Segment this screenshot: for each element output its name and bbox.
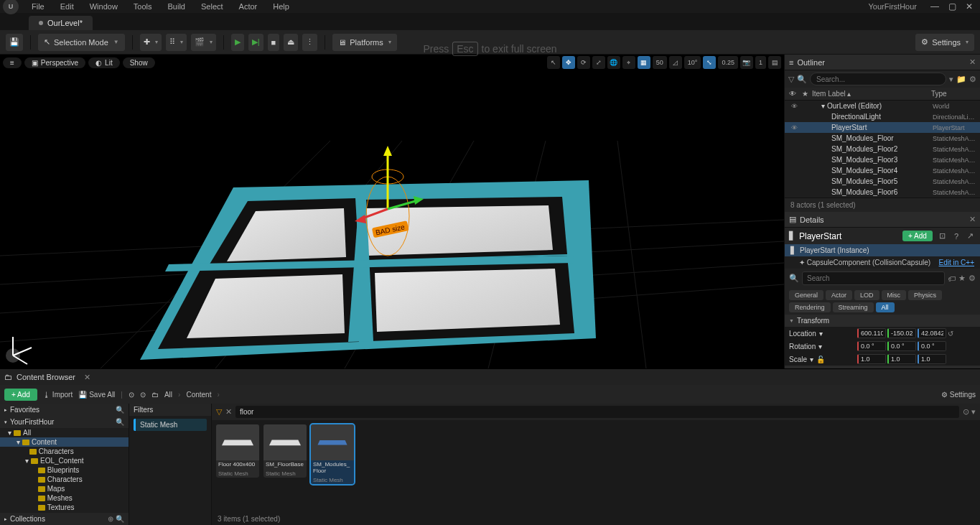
close-icon[interactable]: ✕ (84, 373, 90, 382)
settings-button[interactable]: ⚙ Settings ▾ (915, 34, 974, 51)
outliner-row[interactable]: DirectionalLight DirectionalLight (785, 111, 980, 122)
favorites-section[interactable]: ▸Favorites🔍 (0, 404, 129, 416)
menu-tools[interactable]: Tools (126, 1, 159, 12)
filters-header[interactable]: Filters (129, 404, 211, 416)
axis-gizmo[interactable] (3, 330, 39, 366)
menu-edit[interactable]: Edit (53, 1, 81, 12)
outliner-row[interactable]: SM_Modules_Floor4 StaticMeshActor (785, 165, 980, 176)
edit-cpp-link[interactable]: Edit in C++ (939, 259, 974, 266)
history-back[interactable]: ⊙ (129, 391, 134, 399)
world-local-toggle[interactable]: 🌐 (607, 56, 620, 69)
gear-icon[interactable]: ⚙ (969, 75, 976, 84)
outliner-row[interactable]: SM_Modules_Floor2 StaticMeshActor (785, 144, 980, 154)
translate-tool-icon[interactable]: ✥ (562, 56, 575, 69)
maximize-icon[interactable]: ▢ (944, 1, 960, 11)
eye-icon[interactable]: 👁 (789, 90, 802, 98)
details-search-input[interactable] (802, 271, 945, 285)
angle-snap-value[interactable]: 10° (684, 56, 701, 69)
cb-folder-row[interactable]: Characters (0, 447, 129, 456)
cb-folder-row[interactable]: Meshes (0, 493, 129, 503)
cb-settings-button[interactable]: ⚙Settings (941, 391, 976, 399)
help-icon[interactable]: ? (952, 232, 961, 241)
component-child[interactable]: ✦ CapsuleComponent (CollisionCapsule) Ed… (785, 256, 980, 269)
rotation-x[interactable] (857, 341, 886, 351)
content-browser-tab[interactable]: Content Browser (17, 373, 75, 381)
chip-physics[interactable]: Physics (908, 290, 942, 300)
grid-snap-value[interactable]: 50 (653, 56, 667, 69)
rotation-z[interactable] (918, 341, 946, 351)
stop-button[interactable]: ■ (268, 34, 280, 51)
asset-tile[interactable]: Floor 400x400Static Mesh (216, 424, 259, 478)
play-button[interactable]: ▶ (231, 34, 244, 51)
outliner-col-label[interactable]: Item Label ▴ (812, 90, 931, 98)
gear-icon[interactable]: ⚙ (969, 274, 976, 283)
filter-static-mesh[interactable]: Static Mesh (134, 419, 207, 431)
play-options-button[interactable]: ⋮ (302, 34, 317, 51)
close-icon[interactable]: ✕ (961, 1, 977, 11)
outliner-search-input[interactable] (810, 73, 946, 85)
viewport-layout-icon[interactable]: ▤ (768, 56, 781, 69)
asset-tile[interactable]: SM_FloorBaseStatic Mesh (263, 424, 307, 478)
asset-grid[interactable]: Floor 400x400Static Mesh SM_FloorBaseSta… (212, 420, 980, 513)
add-component-button[interactable]: + Add (902, 231, 933, 241)
marketplace-button[interactable]: ⠿▾ (166, 34, 187, 51)
reset-icon[interactable]: ↺ (948, 330, 953, 338)
add-content-button[interactable]: ✚▾ (140, 34, 162, 51)
import-button[interactable]: ⭳Import (43, 391, 73, 399)
lock-icon[interactable]: 🔓 (816, 356, 825, 363)
crumb-content[interactable]: Content (186, 391, 211, 399)
location-z[interactable] (918, 328, 946, 338)
outliner-row[interactable]: SM_Modules_Floor5 StaticMeshActor (785, 176, 980, 187)
scale-snap-value[interactable]: 0.25 (718, 56, 738, 69)
scale-tool-icon[interactable]: ⤢ (592, 56, 605, 69)
chip-lod[interactable]: LOD (854, 290, 879, 300)
details-tab[interactable]: ▤ Details ✕ (785, 212, 980, 228)
rotate-tool-icon[interactable]: ⟳ (577, 56, 590, 69)
cat-object[interactable]: ▼Object (785, 366, 980, 368)
outliner-row[interactable]: SM_Modules_Floor StaticMeshActor (785, 133, 980, 144)
chip-misc[interactable]: Misc (882, 290, 907, 300)
cb-search-input[interactable] (235, 406, 959, 418)
outliner-tree[interactable]: 👁 ▾ OurLevel (Editor) World DirectionalL… (785, 101, 980, 198)
lit-button[interactable]: ◐ Lit (88, 57, 120, 68)
cb-folder-row[interactable]: Maps (0, 484, 129, 493)
chip-actor[interactable]: Actor (826, 290, 852, 300)
viewport-menu-button[interactable]: ≡ (3, 57, 22, 68)
search-icon[interactable]: 🔍 (116, 406, 124, 414)
menu-window[interactable]: Window (83, 1, 125, 12)
crumb-all[interactable]: All (164, 391, 172, 399)
camera-speed-value[interactable]: 1 (755, 56, 766, 69)
cb-folder-row[interactable]: Blueprints (0, 465, 129, 475)
chip-rendering[interactable]: Rendering (789, 302, 831, 312)
cb-folder-row[interactable]: Characters (0, 475, 129, 484)
camera-speed-icon[interactable]: 📷 (740, 56, 753, 69)
link-icon[interactable]: ↗ (965, 231, 976, 241)
cb-folder-tree[interactable]: ▾ All▾ Content Characters▾ EOL_Content B… (0, 428, 129, 513)
angle-snap-icon[interactable]: ◿ (669, 56, 682, 69)
component-root[interactable]: ▋ PlayerStart (Instance) (785, 244, 980, 256)
chip-streaming[interactable]: Streaming (833, 302, 874, 312)
select-tool-icon[interactable]: ↖ (547, 56, 560, 69)
grid-snap-icon[interactable]: ▦ (638, 56, 650, 69)
location-y[interactable] (887, 328, 916, 338)
filter-icon[interactable]: ▽ (788, 75, 794, 84)
chip-all[interactable]: All (876, 302, 895, 312)
3d-viewport[interactable]: ≡ ▣ Perspective ◐ Lit Show ↖ ✥ ⟳ ⤢ 🌐 ⌖ ▦… (0, 55, 784, 368)
save-search-icon[interactable]: ⊙ ▾ (963, 407, 976, 417)
new-folder-icon[interactable]: 📁 (956, 75, 966, 84)
cb-folder-row[interactable]: ▾ Content (0, 437, 129, 447)
blueprint-icon[interactable]: ⊡ (937, 231, 948, 241)
folder-up[interactable]: 🗀 (151, 391, 159, 399)
selection-mode-button[interactable]: ↖ Selection Mode ▼ (38, 34, 125, 51)
unreal-logo-icon[interactable]: U (3, 0, 19, 14)
save-button[interactable]: 💾 (6, 34, 23, 51)
cat-transform[interactable]: ▼Transform (785, 315, 980, 327)
outliner-row[interactable]: 👁 PlayerStart PlayerStart (785, 122, 980, 133)
collections-section[interactable]: ▸Collections⊕ 🔍 (0, 513, 129, 525)
platforms-button[interactable]: 🖥 Platforms ▾ (332, 34, 396, 51)
cb-add-button[interactable]: + Add (4, 389, 37, 401)
star-icon[interactable]: ★ (958, 274, 966, 283)
filter-icon[interactable]: ▽ (216, 407, 222, 417)
perspective-button[interactable]: ▣ Perspective (24, 57, 85, 68)
outliner-row[interactable]: SM_Modules_Floor6 StaticMeshActor (785, 187, 980, 198)
